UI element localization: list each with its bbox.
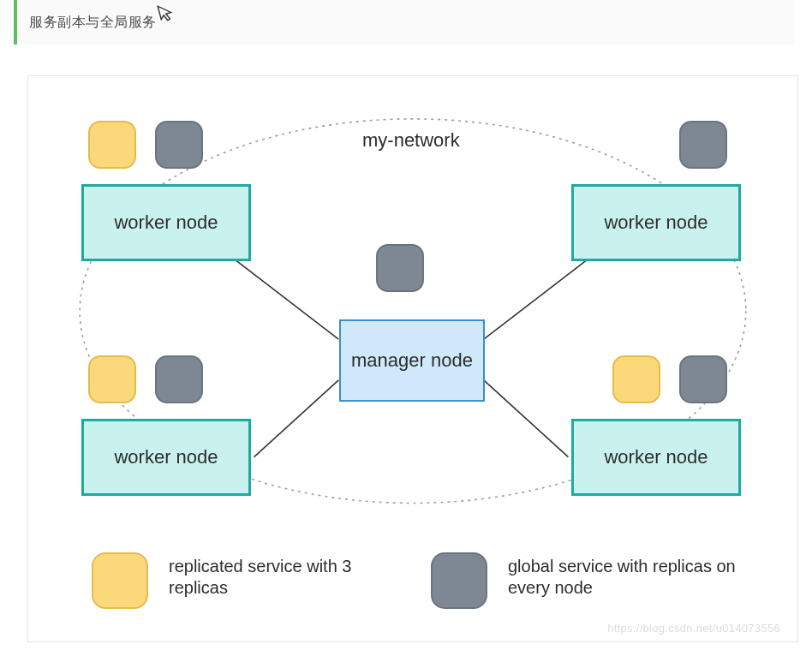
global-service-chip-icon [376,244,424,292]
diagram-frame: my-network worker node worker node manag… [27,75,798,642]
legend-replicated-text: replicated service with 3 replicas [169,556,383,599]
legend-global-text: global service with replicas on every no… [508,556,739,599]
replicated-service-chip-icon [88,355,136,403]
worker-node-bottom-left: worker node [81,419,251,496]
global-service-chip-icon [155,355,203,403]
quote-text: 服务副本与全局服务 [29,14,157,32]
connector-line [254,380,339,457]
connector-line [236,259,339,339]
watermark-text: https://blog.csdn.net/u014073556 [607,622,780,635]
global-service-chip-icon [679,355,727,403]
network-label: my-network [362,129,460,152]
worker-node-top-right: worker node [571,184,741,261]
diagram-inner: my-network worker node worker node manag… [28,76,797,641]
replicated-service-chip-icon [612,355,660,403]
connector-line [484,259,588,339]
global-service-chip-icon [155,121,203,169]
worker-node-top-left: worker node [81,184,251,261]
connector-line [484,380,569,457]
manager-node: manager node [339,319,485,402]
replicated-service-chip-icon [88,121,136,169]
legend-global-icon [431,552,487,609]
global-service-chip-icon [679,121,727,169]
worker-node-bottom-right: worker node [571,419,741,496]
quote-bar: 服务副本与全局服务 [14,0,795,45]
legend-replicated-icon [92,552,148,609]
